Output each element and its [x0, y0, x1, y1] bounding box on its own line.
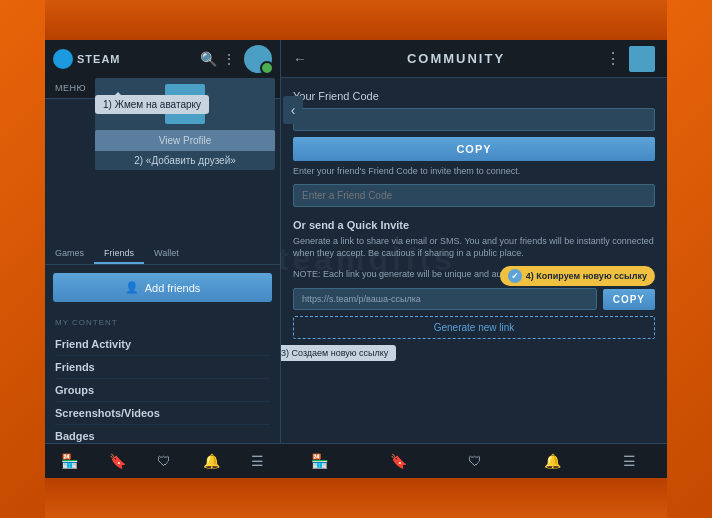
community-bottom-nav: 🏪 🔖 🛡 🔔 ☰ — [280, 443, 667, 478]
friend-code-input[interactable] — [293, 108, 655, 131]
step1-tooltip: 1) Жмем на аватарку — [95, 95, 209, 114]
community-store-icon[interactable]: 🏪 — [311, 453, 328, 469]
profile-tab-games[interactable]: Games — [45, 244, 94, 264]
step4-label: 4) Копируем новую ссылку — [526, 271, 647, 281]
community-header-right: ⋮ — [605, 46, 655, 72]
community-header: ← COMMUNITY ⋮ — [281, 40, 667, 78]
add-friends-label: Add friends — [145, 282, 201, 294]
profile-nav: Games Friends Wallet — [45, 244, 280, 265]
quick-invite-link: https://s.team/p/ваша-ссылка — [293, 288, 597, 310]
profile-tab-friends[interactable]: Friends — [94, 244, 144, 264]
step4-checkmark-icon: ✓ — [508, 269, 522, 283]
add-friends-section: 👤 Add friends — [45, 265, 280, 310]
left-panel: STEAM 🔍 ⋮ 1) Жмем на аватарку МЕНЮ WISHL… — [45, 40, 280, 478]
search-icon[interactable]: 🔍 — [200, 51, 216, 67]
shield-icon[interactable]: 🛡 — [157, 453, 171, 469]
community-content: Your Friend Code COPY Enter your friend'… — [281, 78, 667, 443]
avatar[interactable] — [244, 45, 272, 73]
bell-icon[interactable]: 🔔 — [203, 453, 220, 469]
step2-label: 2) «Добавить друзей» — [95, 151, 275, 170]
enter-friend-code-input[interactable] — [293, 184, 655, 207]
community-title: COMMUNITY — [307, 51, 605, 66]
community-avatar — [629, 46, 655, 72]
nav-tab-menu[interactable]: МЕНЮ — [49, 78, 92, 98]
steam-logo-text: STEAM — [77, 53, 121, 65]
bookmark-icon[interactable]: 🔖 — [109, 453, 126, 469]
community-bookmark-icon[interactable]: 🔖 — [390, 453, 407, 469]
gift-bottom-decoration — [45, 478, 667, 518]
view-profile-button[interactable]: View Profile — [95, 130, 275, 151]
gift-top-decoration — [45, 0, 667, 40]
copy-friend-code-button[interactable]: COPY — [293, 137, 655, 161]
store-icon[interactable]: 🏪 — [61, 453, 78, 469]
quick-invite-description: Generate a link to share via email or SM… — [293, 235, 655, 260]
link-copy-area: ✓ 4) Копируем новую ссылку https://s.tea… — [293, 288, 655, 310]
profile-tab-wallet[interactable]: Wallet — [144, 244, 189, 264]
friend-activity-item[interactable]: Friend Activity — [55, 333, 270, 356]
add-friends-icon: 👤 — [125, 281, 139, 294]
community-bell-icon[interactable]: 🔔 — [544, 453, 561, 469]
quick-invite-title: Or send a Quick Invite — [293, 219, 655, 231]
add-friends-button[interactable]: 👤 Add friends — [53, 273, 272, 302]
generate-link-area: Generate new link 3) Создаем новую ссылк… — [293, 316, 655, 339]
step4-callout: ✓ 4) Копируем новую ссылку — [500, 266, 655, 286]
gift-left-decoration — [0, 0, 45, 518]
steam-logo-icon — [53, 49, 73, 69]
screenshots-item[interactable]: Screenshots/Videos — [55, 402, 270, 425]
groups-item[interactable]: Groups — [55, 379, 270, 402]
back-button[interactable]: ‹ — [283, 96, 303, 124]
menu-icon[interactable]: ⋮ — [222, 51, 238, 67]
gift-right-decoration — [667, 0, 712, 518]
steam-logo: STEAM — [53, 49, 121, 69]
friends-item[interactable]: Friends — [55, 356, 270, 379]
community-back-icon[interactable]: ← — [293, 51, 307, 67]
friend-code-label: Your Friend Code — [293, 90, 655, 102]
list-icon[interactable]: ☰ — [251, 453, 264, 469]
friend-code-section: Your Friend Code COPY Enter your friend'… — [293, 90, 655, 207]
profile-dropdown: View Profile 2) «Добавить друзей» — [95, 78, 275, 170]
copy-link-button[interactable]: COPY — [603, 289, 655, 310]
steam-header: STEAM 🔍 ⋮ — [45, 40, 280, 78]
my-content-label: MY CONTENT — [55, 318, 270, 327]
community-list-icon[interactable]: ☰ — [623, 453, 636, 469]
community-shield-icon[interactable]: 🛡 — [468, 453, 482, 469]
quick-invite-section: Or send a Quick Invite Generate a link t… — [293, 219, 655, 340]
main-container: steamgifts STEAM 🔍 ⋮ 1) Жмем на аватарку… — [45, 40, 667, 478]
header-icons: 🔍 ⋮ — [200, 45, 272, 73]
right-panel: ← COMMUNITY ⋮ Your Friend Code COPY Ente… — [280, 40, 667, 478]
generate-link-button[interactable]: Generate new link — [293, 316, 655, 339]
community-menu-icon[interactable]: ⋮ — [605, 49, 621, 68]
step3-callout: 3) Создаем новую ссылку — [281, 345, 396, 361]
link-row: https://s.team/p/ваша-ссылка COPY — [293, 288, 655, 310]
friend-code-description: Enter your friend's Friend Code to invit… — [293, 165, 655, 178]
left-bottom-nav: 🏪 🔖 🛡 🔔 ☰ — [45, 443, 280, 478]
